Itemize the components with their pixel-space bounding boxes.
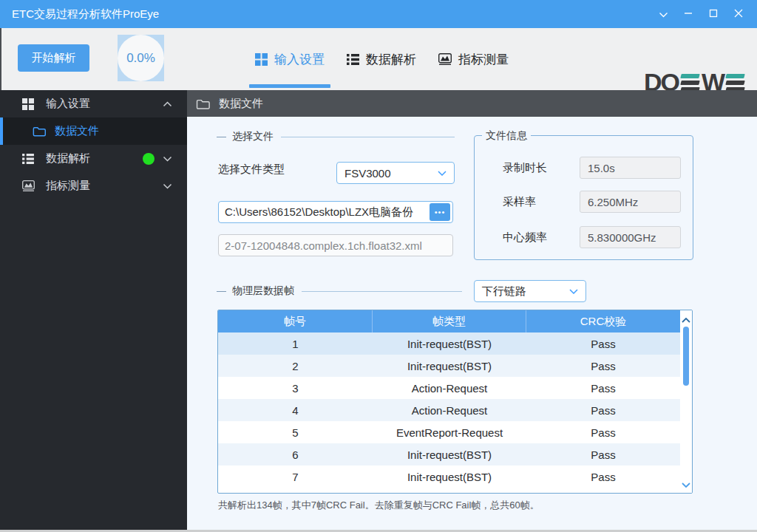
logo-e-glyph [726,74,744,92]
chart-icon [22,180,35,191]
title-bar: ETC交易过程分析软件ProEye [0,0,757,28]
column-header-frame-type: 帧类型 [373,310,526,332]
table-cell: 6 [218,443,373,466]
chart-icon [438,53,452,65]
select-file-section-title: 选择文件 [217,131,455,143]
table-cell: Pass [526,377,680,399]
grid-icon [255,53,268,66]
table-cell: Pass [526,355,680,377]
grid-icon [22,98,34,110]
toolbar: 开始解析 0.0% 输入设置 数据解析 指标测量 DO W [0,28,757,90]
frame-table-header: 帧号 帧类型 CRC校验 [218,310,680,332]
table-row[interactable]: 4Action-RequestPass [218,399,680,421]
table-cell: Action-Request [373,377,526,399]
content-header: 数据文件 [187,90,757,117]
table-cell: Init-request(BST) [373,355,526,377]
scroll-down-icon[interactable] [682,477,690,491]
content-header-title: 数据文件 [219,97,263,111]
window-left-edge [0,28,1,90]
chevron-down-icon [438,171,447,176]
close-button[interactable] [726,0,751,28]
table-cell: Pass [526,399,680,421]
file-type-select[interactable]: FSV3000 [336,162,455,184]
list-icon [22,154,34,164]
legend-line [302,291,462,292]
sidebar-item-label: 数据解析 [46,151,90,166]
sidebar: 输入设置 数据文件 数据解析 指标测量 [0,90,187,532]
progress-indicator: 0.0% [118,35,164,81]
window-dropdown-button[interactable] [651,0,676,28]
progress-value: 0.0% [126,51,155,66]
table-cell: 5 [218,421,373,443]
column-header-crc: CRC校验 [526,310,680,332]
chevron-down-icon [569,289,578,294]
table-row[interactable]: 7Init-request(BST)Pass [218,466,680,488]
window-controls [651,0,751,28]
table-cell: 3 [218,377,373,399]
maximize-button[interactable] [701,0,726,28]
table-row[interactable]: 5EventReport-RequestPass [218,421,680,443]
scrollbar-thumb[interactable] [683,327,689,386]
frame-table-body: 1Init-request(BST)Pass2Init-request(BST)… [218,332,692,488]
chevron-down-icon [659,7,668,21]
sidebar-item-label: 指标测量 [46,179,90,193]
file-path-input[interactable]: C:\Users\86152\Desktop\LZX电脑备份 ••• [218,201,453,223]
sidebar-item-input-settings[interactable]: 输入设置 [0,90,187,117]
table-cell: Init-request(BST) [373,332,526,355]
chevron-down-icon [163,156,172,162]
table-cell: Pass [526,443,680,466]
legend-dash [217,291,226,292]
duration-value: 15.0s [580,157,681,179]
parse-summary: 共解析出134帧，其中7帧CRC Fail。去除重复帧与CRC Fail帧，总共… [218,499,540,512]
tab-metric-measure[interactable]: 指标测量 [438,28,509,90]
table-cell: Action-Request [373,399,526,421]
table-row[interactable]: 3Action-RequestPass [218,377,680,399]
info-row-sample-rate: 采样率 6.250MHz [475,191,693,213]
table-cell: EventReport-Request [373,421,526,443]
sidebar-item-metric-measure[interactable]: 指标测量 [0,172,187,200]
frame-table: 帧号 帧类型 CRC校验 1Init-request(BST)Pass2Init… [217,310,693,494]
file-type-label: 选择文件类型 [218,163,285,177]
minimize-icon [684,7,693,21]
minimize-button[interactable] [676,0,701,28]
table-scrollbar[interactable] [680,310,692,493]
list-icon [347,54,359,65]
link-direction-select[interactable]: 下行链路 [474,280,586,302]
sidebar-item-data-analysis[interactable]: 数据解析 [0,145,187,172]
main-tabs: 输入设置 数据解析 指标测量 [255,28,509,90]
table-cell: Init-request(BST) [373,443,526,466]
sidebar-item-label: 数据文件 [55,124,99,138]
table-row[interactable]: 1Init-request(BST)Pass [218,332,680,355]
close-icon [734,7,743,21]
tab-data-analysis[interactable]: 数据解析 [347,28,416,90]
sidebar-item-data-file[interactable]: 数据文件 [0,117,187,145]
center-freq-value: 5.830000GHz [580,226,681,248]
sidebar-item-label: 输入设置 [46,97,90,111]
start-analysis-button[interactable]: 开始解析 [18,44,89,72]
tab-input-settings[interactable]: 输入设置 [255,28,325,90]
tab-label: 数据解析 [366,51,416,68]
table-cell: Pass [526,332,680,355]
legend-dash [217,137,226,137]
phy-frames-section-title: 物理层数据帧 [217,285,462,297]
table-row[interactable]: 2Init-request(BST)Pass [218,355,680,377]
column-header-frame-no: 帧号 [218,310,373,332]
maximize-icon [709,7,718,21]
chevron-down-icon [163,183,172,189]
link-direction-value: 下行链路 [482,284,526,299]
file-name-input: 2-07-12004848.complex.1ch.float32.xml [218,234,453,256]
folder-icon [33,126,46,137]
window-title: ETC交易过程分析软件ProEye [12,7,159,21]
status-dot [143,153,155,165]
info-row-center-freq: 中心频率 5.830000GHz [475,226,693,248]
table-row[interactable]: 6Init-request(BST)Pass [218,443,680,466]
table-cell: 1 [218,332,373,355]
browse-button[interactable]: ••• [430,203,450,221]
progress-circle: 0.0% [118,35,164,81]
logo-e-glyph [681,74,699,92]
scroll-up-icon[interactable] [682,313,690,326]
sample-rate-value: 6.250MHz [580,191,681,213]
chevron-up-icon [163,101,172,107]
file-info-title: 文件信息 [482,129,531,143]
table-cell: Init-request(BST) [373,466,526,488]
